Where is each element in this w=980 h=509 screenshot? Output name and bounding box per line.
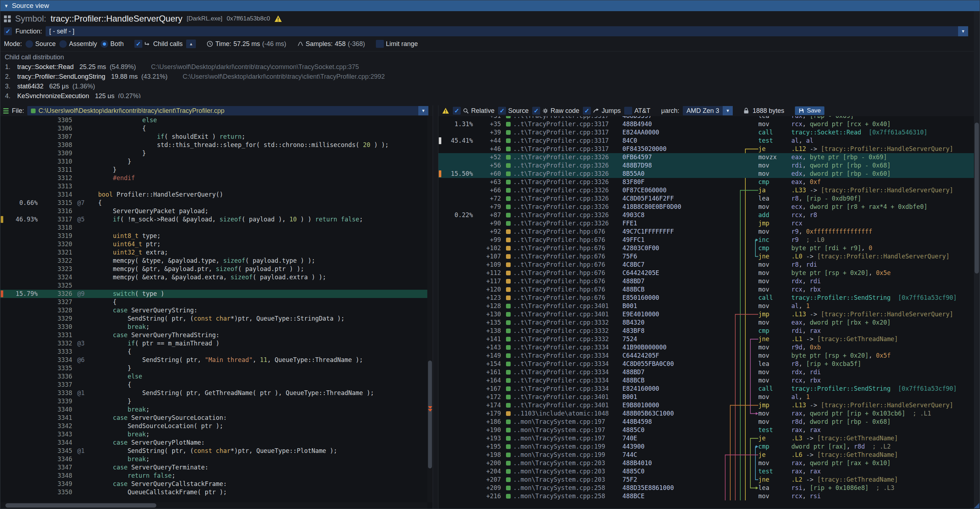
source-hscrollbar[interactable] bbox=[0, 502, 427, 509]
source-line[interactable]: 3311 } bbox=[0, 166, 427, 174]
radio-label-source[interactable]: Source bbox=[35, 40, 56, 48]
asm-row[interactable]: +190..mon\TracySystem.cpp:1974885C0testr… bbox=[438, 426, 974, 434]
source-line[interactable]: 3344 case ServerQueryPlotName: bbox=[0, 439, 427, 447]
function-checkbox[interactable]: ✓ bbox=[4, 27, 12, 35]
asm-row[interactable]: +186..mon\TracySystem.cpp:197448B4598mov… bbox=[438, 418, 974, 426]
asm-row[interactable]: +141..t\TracyProfiler.cpp:33327524jne.L1… bbox=[438, 335, 974, 343]
asm-row[interactable]: +195..mon\TracySystem.cpp:199443900cmpdw… bbox=[438, 442, 974, 451]
jump-out-button[interactable]: ▲ bbox=[186, 40, 196, 48]
asm-row[interactable]: +161..t\TracyProfiler.cpp:3334488BD7movr… bbox=[438, 368, 974, 376]
asm-row[interactable]: +92..t\TracyProfiler.hpp:67649C7C1FFFFFF… bbox=[438, 227, 974, 236]
asm-row[interactable]: +39..t\TracyProfiler.cpp:3317E824AA0000c… bbox=[438, 128, 974, 137]
asm-row[interactable]: +172..t\TracyProfiler.cpp:3401B001moval,… bbox=[438, 393, 974, 401]
source-line[interactable]: 3306 { bbox=[0, 124, 427, 133]
att-label[interactable]: AT&T bbox=[634, 107, 651, 115]
asm-row[interactable]: +154..t\TracyProfiler.cpp:33344C8D055FBA… bbox=[438, 360, 974, 368]
asm-row[interactable]: +143..t\TracyProfiler.cpp:333441B90B0000… bbox=[438, 343, 974, 352]
asm-row[interactable]: +179..1103\include\atomic:1048488B05B63C… bbox=[438, 409, 974, 418]
asm-row[interactable]: +63..t\TracyProfiler.cpp:332683F80Fcmpea… bbox=[438, 178, 974, 186]
asm-row[interactable]: 1.31%+35..t\TracyProfiler.cpp:3317488B49… bbox=[438, 120, 974, 128]
limit-range-label[interactable]: Limit range bbox=[386, 40, 418, 48]
uarch-combo[interactable]: AMD Zen 3 ▼ bbox=[683, 106, 733, 115]
source-line[interactable]: 3322 memcpy( &type, &payload.type, sizeo… bbox=[0, 257, 427, 265]
radio-both[interactable] bbox=[100, 40, 108, 48]
chevron-down-icon[interactable]: ▼ bbox=[723, 106, 733, 115]
asm-row[interactable]: +109..t\TracyProfiler.hpp:6764C8BC7movr8… bbox=[438, 261, 974, 269]
source-line[interactable]: 3331 case ServerQueryThreadString: bbox=[0, 331, 427, 339]
source-line[interactable]: 3340 break; bbox=[0, 406, 427, 414]
source-line[interactable]: 3350 QueueCallstackFrame( ptr ); bbox=[0, 488, 427, 496]
source-line[interactable]: 3335 } bbox=[0, 364, 427, 372]
asm-row[interactable]: +164..t\TracyProfiler.cpp:3334488BCBmovr… bbox=[438, 376, 974, 385]
source-line[interactable]: 3324 memcpy( &extra, &payload.extra, siz… bbox=[0, 273, 427, 282]
source-line[interactable]: 0.66%3315@7{ bbox=[0, 199, 427, 207]
collapse-icon[interactable]: ▼ bbox=[4, 3, 9, 9]
source-line[interactable]: 3309 } bbox=[0, 149, 427, 157]
relative-label[interactable]: Relative bbox=[471, 107, 495, 115]
source-line[interactable]: 3349 case ServerQueryCallstackFrame: bbox=[0, 480, 427, 488]
child-call-item[interactable]: 4.KeSynchronizeExecution125 μs(0.27%) bbox=[0, 91, 974, 98]
raw-code-label[interactable]: Raw code bbox=[550, 107, 579, 115]
asm-row[interactable]: +52..t\TracyProfiler.cpp:33260FB64597mov… bbox=[438, 153, 974, 161]
source-line[interactable]: 3330 break; bbox=[0, 323, 427, 331]
asm-row[interactable]: 15.50%+60..t\TracyProfiler.cpp:33268B55A… bbox=[438, 170, 974, 178]
asm-row[interactable]: +120..t\TracyProfiler.hpp:676488BCBmovrc… bbox=[438, 285, 974, 294]
child-call-item[interactable]: 3.stat64i32625 μs(1.36%) bbox=[0, 81, 974, 91]
chevron-down-icon[interactable]: ▼ bbox=[958, 26, 968, 36]
source-line[interactable]: 3328 case ServerQueryString: bbox=[0, 306, 427, 315]
source-line[interactable]: 3332@3 if( ptr == m_mainThread ) bbox=[0, 339, 427, 348]
source-toggle-label[interactable]: Source bbox=[508, 107, 529, 115]
scrollbar-thumb[interactable] bbox=[975, 122, 979, 274]
asm-row[interactable]: +207..mon\TracySystem.cpp:20375F2jne.L2 … bbox=[438, 476, 974, 484]
source-line[interactable]: 3348 return false; bbox=[0, 472, 427, 480]
source-line[interactable]: 3336 else bbox=[0, 372, 427, 381]
source-line[interactable]: 3321 uint32_t extra; bbox=[0, 248, 427, 257]
limit-range-checkbox[interactable]: ✓ bbox=[376, 40, 384, 48]
asm-row[interactable]: +204..mon\TracySystem.cpp:2034885C0testr… bbox=[438, 467, 974, 476]
radio-label-both[interactable]: Both bbox=[110, 40, 124, 48]
asm-row[interactable]: +72..t\TracyProfiler.cpp:33264C8D05F146F… bbox=[438, 194, 974, 203]
asm-row[interactable]: +90..t\TracyProfiler.cpp:3326FFE1jmprcx bbox=[438, 219, 974, 227]
child-call-item[interactable]: 1.tracy::Socket::Read25.25 ms(54.89%)C:\… bbox=[0, 62, 974, 72]
source-checkbox[interactable]: ✓ bbox=[498, 107, 506, 115]
asm-row[interactable]: +209..mon\TracySystem.cpp:258488D35E8861… bbox=[438, 484, 974, 492]
source-line[interactable]: 3329 SendString( ptr, (const char*)ptr, … bbox=[0, 315, 427, 323]
jumps-checkbox[interactable]: ✓ bbox=[583, 107, 591, 115]
source-line[interactable]: 3333 { bbox=[0, 348, 427, 356]
asm-row[interactable]: +79..t\TracyProfiler.cpp:3326418B8C80E0B… bbox=[438, 203, 974, 211]
jumps-label[interactable]: Jumps bbox=[601, 107, 620, 115]
asm-row[interactable]: +66..t\TracyProfiler.cpp:33260F87CE06000… bbox=[438, 186, 974, 194]
source-line[interactable]: 3343 break; bbox=[0, 430, 427, 439]
file-combo[interactable]: C:\Users\wolf\Desktop\darkrl\contrib\tra… bbox=[27, 106, 428, 115]
scrollbar-thumb[interactable] bbox=[5, 503, 156, 507]
asm-row[interactable]: +149..t\TracyProfiler.cpp:3334C64424205F… bbox=[438, 352, 974, 360]
pane-divider[interactable] bbox=[433, 105, 438, 509]
source-line[interactable]: 3314bool Profiler::HandleServerQuery() bbox=[0, 191, 427, 199]
asm-row[interactable]: +112..t\TracyProfiler.hpp:676C64424205Em… bbox=[438, 269, 974, 277]
asm-row[interactable]: +138..t\TracyProfiler.cpp:3332483BF8cmpr… bbox=[438, 327, 974, 335]
child-call-item[interactable]: 2.tracy::Profiler::SendLongString19.88 m… bbox=[0, 72, 974, 81]
asm-row[interactable]: +216..mon\TracySystem.cpp:258488BCEmovrc… bbox=[438, 492, 974, 500]
asm-row[interactable]: 0.22%+87..t\TracyProfiler.cpp:33264903C8… bbox=[438, 211, 974, 219]
source-line[interactable]: 3325 bbox=[0, 282, 427, 290]
asm-row[interactable]: +46..t\TracyProfiler.cpp:33170F843502000… bbox=[438, 145, 974, 153]
asm-row[interactable]: +174..t\TracyProfiler.cpp:3401E9B8010000… bbox=[438, 401, 974, 409]
asm-row[interactable]: +128..t\TracyProfiler.cpp:3401B001moval,… bbox=[438, 302, 974, 310]
source-line[interactable]: 3310 } bbox=[0, 157, 427, 166]
source-line[interactable]: 3346 break; bbox=[0, 455, 427, 463]
source-line[interactable]: 3320 uint64_t ptr; bbox=[0, 240, 427, 248]
source-line[interactable]: 3307 if( shouldExit ) return; bbox=[0, 133, 427, 141]
source-vscrollbar[interactable] bbox=[427, 116, 433, 502]
save-button[interactable]: Save bbox=[795, 107, 824, 115]
att-checkbox[interactable]: ✓ bbox=[624, 107, 632, 115]
asm-row[interactable]: +135..t\TracyProfiler.cpp:33328B4320move… bbox=[438, 318, 974, 327]
asm-row[interactable]: +167..t\TracyProfiler.cpp:3334E824160000… bbox=[438, 385, 974, 393]
asm-row[interactable]: +31..t\TracyProfiler.cpp:3317488D5597lea… bbox=[438, 116, 974, 120]
asm-row[interactable]: +193..mon\TracySystem.cpp:197740Eje.L3 -… bbox=[438, 434, 974, 442]
source-line[interactable]: 3312 #endif bbox=[0, 174, 427, 182]
asm-row[interactable]: +123..t\TracyProfiler.hpp:676E850160000c… bbox=[438, 294, 974, 302]
source-line[interactable]: 3338@1 SendString( ptr, GetThreadName( p… bbox=[0, 389, 427, 397]
child-calls-checkbox[interactable]: ✓ bbox=[134, 40, 142, 48]
source-line[interactable]: 3305 else bbox=[0, 116, 427, 124]
titlebar[interactable]: ▼ Source view bbox=[0, 0, 980, 11]
